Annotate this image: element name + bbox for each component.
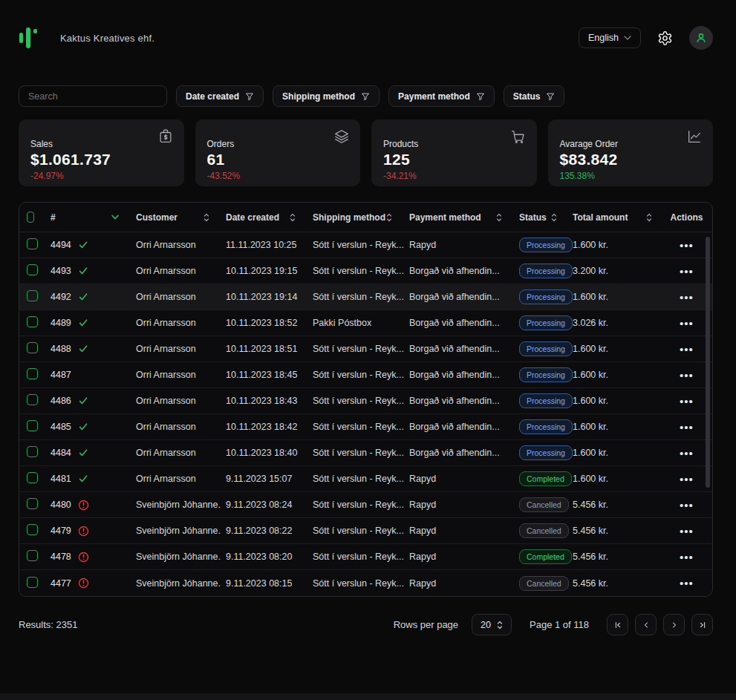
row-actions-button[interactable]: ••• (680, 292, 694, 303)
row-checkbox[interactable] (27, 577, 38, 588)
row-checkbox[interactable] (27, 446, 38, 457)
total-amount: 1.600 kr. (569, 422, 664, 432)
filter-payment-method[interactable]: Payment method (388, 85, 495, 107)
row-actions-button[interactable]: ••• (680, 396, 694, 407)
select-all-checkbox[interactable] (27, 212, 34, 223)
date-created: 10.11.2023 18:45 (221, 370, 307, 380)
row-checkbox[interactable] (27, 420, 38, 431)
column-header-customer[interactable]: Customer (131, 212, 221, 223)
table-row[interactable]: 4477 Sveinbjörn Jóhanne... 9.11.2023 08:… (19, 570, 712, 596)
total-amount: 1.600 kr. (569, 396, 664, 406)
rows-per-page-select[interactable]: 20 (472, 614, 512, 635)
column-header-shipping[interactable]: Shipping method (307, 212, 404, 223)
table-row[interactable]: 4486 Orri Arnarsson 10.11.2023 18:43 Sót… (19, 388, 712, 414)
next-page-button[interactable] (663, 614, 685, 635)
row-checkbox[interactable] (27, 550, 38, 561)
row-checkbox[interactable] (27, 342, 38, 353)
table-row[interactable]: 4493 Orri Arnarsson 10.11.2023 19:15 Sót… (19, 258, 712, 284)
row-actions-button[interactable]: ••• (680, 448, 694, 459)
stat-change: -34.21% (383, 171, 525, 181)
row-checkbox[interactable] (27, 316, 38, 327)
table-row[interactable]: 4484 Orri Arnarsson 10.11.2023 18:40 Sót… (19, 440, 712, 466)
column-header-id[interactable]: # (46, 212, 131, 223)
sort-desc-icon (111, 215, 119, 220)
date-created: 9.11.2023 08:24 (221, 500, 307, 510)
table-row[interactable]: 4488 Orri Arnarsson 10.11.2023 18:51 Sót… (19, 336, 712, 362)
chevron-down-icon (624, 36, 631, 40)
column-header-date[interactable]: Date created (221, 212, 307, 223)
user-avatar[interactable] (689, 26, 713, 50)
pagination (607, 614, 713, 635)
shipping-method: Sótt í verslun - Reyk... (307, 500, 404, 510)
shipping-method: Sótt í verslun - Reyk... (307, 240, 404, 250)
total-amount: 1.600 kr. (569, 344, 664, 354)
table-header: # Customer Date created Shipping method … (19, 203, 712, 232)
row-checkbox[interactable] (27, 238, 38, 249)
check-icon (78, 240, 88, 250)
order-id: 4486 (51, 396, 71, 406)
shipping-method: Sótt í verslun - Reyk... (307, 344, 404, 354)
row-checkbox[interactable] (27, 524, 38, 535)
row-checkbox[interactable] (27, 394, 38, 405)
shipping-method: Sótt í verslun - Reyk... (307, 266, 404, 276)
table-row[interactable]: 4478 Sveinbjörn Jóhanne... 9.11.2023 08:… (19, 544, 712, 570)
customer-name: Orri Arnarsson (131, 318, 221, 328)
settings-button[interactable] (657, 30, 673, 46)
filter-date-created[interactable]: Date created (176, 85, 264, 107)
row-actions-button[interactable]: ••• (680, 344, 694, 355)
row-actions-button[interactable]: ••• (680, 422, 694, 433)
row-actions-button[interactable]: ••• (680, 240, 694, 251)
customer-name: Sveinbjörn Jóhanne... (131, 578, 221, 589)
row-actions-button[interactable]: ••• (680, 526, 694, 537)
status-badge: Processing (519, 367, 573, 382)
payment-method: Rapyd (404, 552, 514, 562)
date-created: 10.11.2023 18:43 (221, 396, 307, 406)
filter-status[interactable]: Status (504, 85, 565, 107)
total-amount: 5.456 kr. (569, 552, 664, 562)
row-checkbox[interactable] (27, 290, 38, 301)
first-page-button[interactable] (607, 614, 628, 635)
stat-change: -24.97% (30, 171, 172, 181)
previous-page-button[interactable] (635, 614, 657, 635)
row-actions-button[interactable]: ••• (680, 266, 694, 277)
table-row[interactable]: 4492 Orri Arnarsson 10.11.2023 19:14 Sót… (19, 284, 712, 310)
payment-method: Borgað við afhendin... (404, 448, 514, 458)
table-row[interactable]: 4481 Orri Arnarsson 9.11.2023 15:07 Sótt… (19, 466, 712, 492)
date-created: 11.11.2023 10:25 (221, 240, 307, 250)
row-checkbox[interactable] (27, 498, 38, 509)
row-checkbox[interactable] (27, 472, 38, 483)
last-page-button[interactable] (691, 614, 713, 635)
row-actions-button[interactable]: ••• (680, 578, 694, 589)
table-footer: Results: 2351 Rows per page 20 Page 1 of… (19, 614, 713, 635)
row-actions-button[interactable]: ••• (680, 370, 694, 381)
date-created: 10.11.2023 18:52 (221, 318, 307, 328)
language-selector[interactable]: English (579, 27, 641, 48)
check-icon (78, 474, 88, 484)
filter-shipping-method[interactable]: Shipping method (273, 85, 380, 107)
search-input[interactable] (19, 85, 167, 107)
table-row[interactable]: 4487 Orri Arnarsson 10.11.2023 18:45 Sót… (19, 362, 712, 388)
table-scrollbar[interactable] (706, 237, 710, 488)
row-checkbox[interactable] (27, 368, 38, 379)
shipping-method: Sótt í verslun - Reyk... (307, 448, 404, 458)
row-actions-button[interactable]: ••• (680, 500, 694, 511)
status-badge: Processing (519, 290, 573, 304)
payment-method: Rapyd (404, 474, 514, 484)
row-actions-button[interactable]: ••• (680, 318, 694, 329)
table-row[interactable]: 4494 Orri Arnarsson 11.11.2023 10:25 Sót… (19, 232, 712, 258)
column-header-payment[interactable]: Payment method (404, 212, 514, 223)
row-checkbox[interactable] (27, 264, 38, 275)
row-actions-button[interactable]: ••• (680, 474, 694, 485)
total-amount: 1.600 kr. (569, 474, 664, 484)
average-order-card: Avarage Order $83.842 135.38% (548, 120, 714, 186)
table-row[interactable]: 4489 Orri Arnarsson 10.11.2023 18:52 Pak… (19, 310, 712, 336)
table-row[interactable]: 4485 Orri Arnarsson 10.11.2023 18:42 Sót… (19, 414, 712, 440)
column-header-total[interactable]: Total amount (569, 212, 664, 223)
date-created: 10.11.2023 18:42 (221, 422, 307, 432)
order-id: 4485 (51, 422, 71, 432)
table-row[interactable]: 4479 Sveinbjörn Jóhanne... 9.11.2023 08:… (19, 518, 712, 544)
column-header-status[interactable]: Status (514, 212, 569, 223)
row-actions-button[interactable]: ••• (680, 552, 694, 563)
table-row[interactable]: 4480 Sveinbjörn Jóhanne... 9.11.2023 08:… (19, 492, 712, 518)
check-icon (78, 318, 88, 328)
